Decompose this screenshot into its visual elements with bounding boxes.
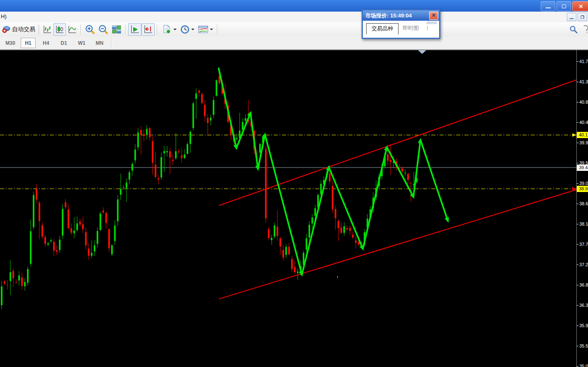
- axis-tick-dash: [577, 285, 578, 285]
- window-controls: ✕: [539, 1, 588, 11]
- tile-windows-icon: [112, 24, 121, 34]
- zigzag-projection[interactable]: [219, 68, 449, 277]
- timeframe-button-h4[interactable]: H4: [39, 38, 53, 48]
- axis-tick-dash: [577, 265, 578, 265]
- axis-tick-dash: [577, 244, 578, 245]
- toolbar-separator: [125, 24, 126, 34]
- periods-button[interactable]: [178, 23, 196, 36]
- autotrading-button[interactable]: 自动交易: [0, 23, 37, 36]
- axis-tick-dash: [577, 224, 578, 224]
- close-icon: ✕: [579, 4, 583, 9]
- price-axis[interactable]: 41.741.340.840.439.939.539.038.638.137.7…: [576, 50, 588, 367]
- axis-tick-label: 35.0: [579, 364, 588, 367]
- axis-tick-dash: [577, 82, 578, 82]
- axis-tick-dash: [577, 61, 578, 62]
- tab-symbols[interactable]: 交易品种: [366, 23, 398, 34]
- price-badge-39.4: 39.4: [577, 165, 588, 171]
- zoom-out-button[interactable]: [97, 23, 110, 36]
- timeframe-button-mn[interactable]: MN: [92, 38, 107, 48]
- toolbar-drag-handle[interactable]: [38, 25, 39, 34]
- chart-shift-icon: [143, 24, 153, 34]
- clock-icon: [180, 24, 190, 34]
- trend-channel-lines[interactable]: [219, 80, 576, 299]
- templates-button[interactable]: [196, 23, 215, 36]
- tab-divider: |: [427, 24, 428, 31]
- chart-shift-button[interactable]: [141, 23, 155, 36]
- timeframe-button-m30[interactable]: M30: [3, 38, 18, 48]
- zoom-in-button[interactable]: [83, 23, 97, 36]
- zigzag-arrowhead: [360, 245, 364, 251]
- zigzag-arrowhead: [247, 111, 251, 117]
- restore-icon: [562, 5, 566, 8]
- market-watch-window[interactable]: 市场报价: 15:49:04 ✕ 交易品种 即时图 |: [362, 9, 440, 39]
- axis-tick-dash: [577, 346, 578, 346]
- line-chart-button[interactable]: [66, 23, 78, 36]
- child-minimize-button[interactable]: [567, 13, 576, 21]
- axis-tick-label: 36.3: [579, 303, 588, 308]
- axis-tick-dash: [577, 183, 578, 184]
- child-restore-button[interactable]: [578, 13, 587, 21]
- close-button[interactable]: ✕: [572, 1, 588, 11]
- toolbar-right-group: [567, 22, 588, 36]
- search-magnifier-icon: [569, 25, 578, 34]
- timeframe-bar: M30H1H4D1W1MN: [0, 36, 588, 50]
- axis-tick-dash: [577, 204, 578, 204]
- minimize-icon: [546, 7, 551, 8]
- axis-tick-dash: [577, 122, 578, 123]
- restore-button[interactable]: [556, 1, 571, 11]
- autotrading-label: 自动交易: [12, 26, 35, 33]
- candlestick-chart-icon: [55, 25, 64, 34]
- candles: [1, 72, 418, 309]
- axis-tick-dash: [577, 305, 578, 306]
- menu-row: H): [0, 12, 588, 23]
- auto-scroll-button[interactable]: [128, 23, 141, 36]
- axis-tick-dash: [577, 163, 578, 163]
- axis-tick-label: 40.4: [579, 120, 588, 125]
- zoom-out-icon: [98, 24, 108, 34]
- bar-chart-button[interactable]: [41, 23, 53, 36]
- zoom-in-icon: [85, 24, 95, 34]
- autotrading-robot-icon: [2, 25, 10, 34]
- axis-tick-label: 37.2: [579, 262, 588, 267]
- help-cursor-icon: [581, 25, 588, 34]
- dropdown-caret-icon: [173, 29, 177, 30]
- market-watch-title[interactable]: 市场报价: 15:49:04: [363, 10, 439, 21]
- axis-tick-label: 41.3: [579, 79, 588, 85]
- axis-tick-label: 41.7: [579, 59, 588, 64]
- dropdown-caret-icon: [191, 29, 194, 30]
- dropdown-caret-icon: [210, 29, 213, 30]
- horizontal-lines: [0, 135, 576, 189]
- chart-title-remnant: H): [1, 13, 7, 19]
- help-cursor-button[interactable]: [580, 23, 588, 36]
- toolbar: 自动交易: [0, 22, 588, 36]
- axis-tick-label: 38.6: [579, 201, 588, 207]
- tabstrip-scroll-nub[interactable]: [427, 22, 437, 24]
- zigzag-arrowhead: [418, 138, 423, 144]
- candlestick-chart-button[interactable]: [53, 23, 66, 36]
- axis-tick-label: 40.8: [579, 100, 588, 105]
- minimize-button[interactable]: [541, 1, 555, 11]
- zigzag-arrowhead: [445, 217, 449, 223]
- line-chart-icon: [68, 25, 77, 34]
- axis-tick-label: 37.7: [579, 242, 588, 247]
- new-order-icon: [161, 24, 172, 34]
- child-restore-icon: [581, 15, 584, 19]
- timeframe-button-h1[interactable]: H1: [21, 38, 36, 48]
- axis-tick-label: 38.1: [579, 221, 588, 227]
- axis-tick-label: 35.9: [579, 323, 588, 328]
- axis-tick-label: 35.5: [579, 343, 588, 349]
- title-bar[interactable]: ✕: [0, 0, 588, 12]
- timeframe-button-w1[interactable]: W1: [74, 38, 89, 48]
- market-watch-close-button[interactable]: ✕: [429, 12, 438, 20]
- axis-tick-label: 39.9: [579, 140, 588, 146]
- new-order-button[interactable]: [160, 23, 178, 36]
- search-button[interactable]: [567, 23, 580, 36]
- chart-canvas[interactable]: [0, 50, 576, 367]
- price-chart: [0, 50, 576, 367]
- tile-windows-button[interactable]: [110, 23, 123, 36]
- timeframe-button-d1[interactable]: D1: [56, 38, 71, 48]
- tab-tick-chart[interactable]: 即时图: [403, 24, 419, 32]
- axis-tick-dash: [577, 143, 578, 143]
- toolbar-separator: [157, 24, 158, 34]
- child-window-controls: [566, 13, 587, 21]
